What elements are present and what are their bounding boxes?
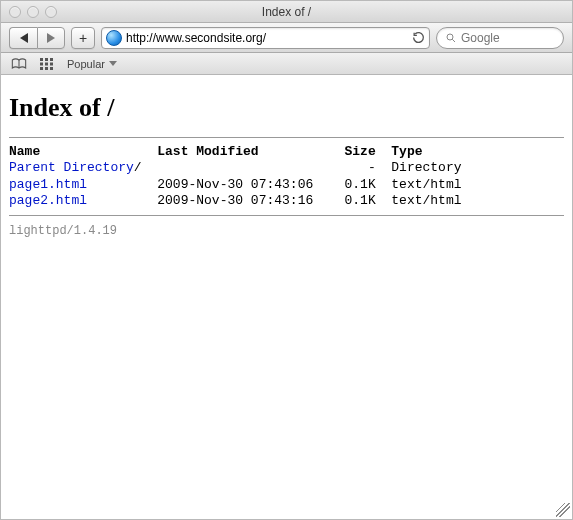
reload-icon	[412, 31, 425, 44]
popular-menu[interactable]: Popular	[67, 58, 117, 70]
column-header-modified: Last Modified	[157, 144, 329, 159]
listing-modified: 2009-Nov-30 07:43:06	[157, 177, 329, 192]
svg-rect-6	[40, 62, 43, 65]
plus-icon: +	[79, 30, 87, 46]
divider	[9, 215, 564, 216]
url-text: http://www.secondsite.org/	[126, 31, 407, 45]
search-icon	[445, 32, 457, 44]
column-header-type: Type	[391, 144, 422, 159]
svg-rect-5	[50, 58, 53, 61]
zoom-window-button[interactable]	[45, 6, 57, 18]
back-button[interactable]	[9, 27, 37, 49]
forward-button[interactable]	[37, 27, 65, 49]
divider	[9, 137, 564, 138]
toolbar: + http://www.secondsite.org/	[1, 23, 572, 53]
svg-rect-7	[45, 62, 48, 65]
column-header-size: Size	[329, 144, 376, 159]
listing-size: 0.1K	[329, 193, 376, 208]
listing-size: 0.1K	[329, 177, 376, 192]
listing-link[interactable]: Parent Directory	[9, 160, 134, 175]
chevron-left-icon	[20, 33, 28, 43]
column-header-name: Name	[9, 144, 157, 159]
close-window-button[interactable]	[9, 6, 21, 18]
svg-point-0	[447, 34, 453, 40]
svg-rect-4	[45, 58, 48, 61]
svg-rect-10	[45, 67, 48, 70]
resize-grip[interactable]	[556, 503, 570, 517]
minimize-window-button[interactable]	[27, 6, 39, 18]
listing-size: -	[329, 160, 376, 175]
search-input[interactable]	[461, 31, 555, 45]
bookmarks-bar: Popular	[1, 53, 572, 75]
svg-rect-3	[40, 58, 43, 61]
title-bar: Index of /	[1, 1, 572, 23]
popular-label: Popular	[67, 58, 105, 70]
chevron-down-icon	[109, 61, 117, 66]
listing-modified	[157, 160, 329, 175]
listing-link[interactable]: page2.html	[9, 193, 87, 208]
top-sites-grid-icon[interactable]	[39, 57, 55, 71]
window-title: Index of /	[1, 5, 572, 19]
address-bar[interactable]: http://www.secondsite.org/	[101, 27, 430, 49]
page-heading: Index of /	[9, 93, 564, 123]
server-signature: lighttpd/1.4.19	[9, 224, 564, 238]
svg-rect-9	[40, 67, 43, 70]
svg-line-1	[452, 39, 455, 42]
directory-listing: Name Last Modified Size Type Parent Dire…	[9, 144, 564, 209]
browser-window: Index of / + http://www.secondsite.org/	[0, 0, 573, 520]
window-controls	[9, 6, 57, 18]
page-content: Index of / Name Last Modified Size Type …	[1, 75, 572, 246]
listing-type: text/html	[391, 193, 461, 208]
listing-type: text/html	[391, 177, 461, 192]
site-favicon-icon	[106, 30, 122, 46]
listing-modified: 2009-Nov-30 07:43:16	[157, 193, 329, 208]
listing-link[interactable]: page1.html	[9, 177, 87, 192]
add-bookmark-button[interactable]: +	[71, 27, 95, 49]
svg-rect-11	[50, 67, 53, 70]
svg-rect-8	[50, 62, 53, 65]
search-box[interactable]	[436, 27, 564, 49]
chevron-right-icon	[47, 33, 55, 43]
reload-button[interactable]	[411, 31, 425, 45]
bookmarks-book-icon[interactable]	[11, 57, 27, 71]
listing-type: Directory	[391, 160, 461, 175]
